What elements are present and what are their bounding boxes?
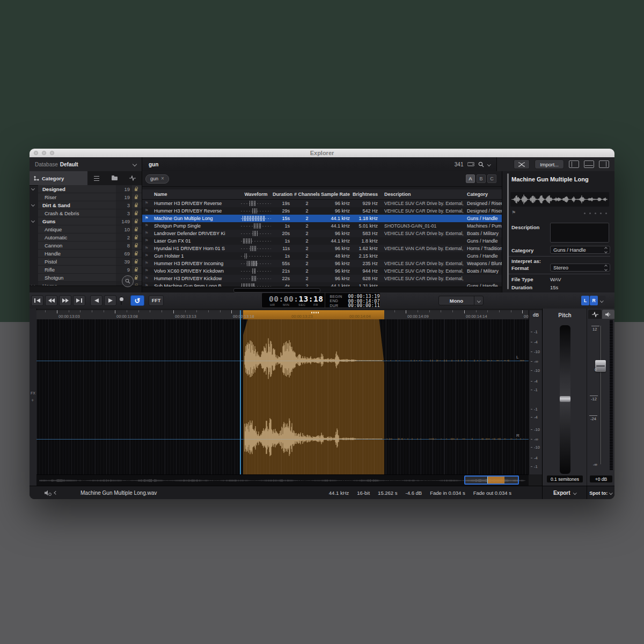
import-button[interactable]: Import... [535,159,564,169]
output-device-icon[interactable] [45,490,52,497]
column-header-waveform[interactable]: Waveform [239,192,273,197]
sidebar-item-antique[interactable]: Antique10 [38,225,142,233]
monitor-button-r[interactable]: R [590,296,598,305]
fx-rail[interactable]: FX + [30,309,37,486]
flag-icon[interactable]: ⚑ [142,239,151,243]
play-reverse-button[interactable] [90,295,103,306]
column-header-duration[interactable]: Duration [273,192,294,197]
tab-list-view[interactable] [87,171,106,185]
table-row[interactable]: ⚑Gun Holster 11s248 kHz2.15 kHzGuns / Ha… [142,252,502,260]
compare-button-a[interactable]: A [466,174,475,183]
channel-mode-dropdown[interactable]: Mono [438,296,484,305]
table-row[interactable]: ⚑Shotgun Pump Single1s244.1 kHz5.01 kHzS… [142,222,502,230]
layout-right-panel-button[interactable] [599,160,609,168]
viewport-box[interactable] [464,475,519,485]
timeline-ruler[interactable]: 00:00:13:0300:00:13:0800:00:13:1300:00:1… [36,310,529,320]
pitch-wheel[interactable] [560,325,570,474]
fft-button[interactable]: FFT [149,295,164,306]
flag-icon[interactable]: ⚑ [142,246,151,251]
sidebar-item-pistol[interactable]: Pistol39 [38,258,142,265]
description-field[interactable] [550,223,609,243]
slider-knob[interactable] [120,297,123,301]
tab-category[interactable]: Category [30,171,87,185]
table-row[interactable]: ⚑Hummer H3 DRIVEBY Reverse19s296 kHz929 … [142,200,502,207]
table-horizontal-scrollbar[interactable] [142,287,502,292]
flag-icon[interactable]: ⚑ [142,276,151,281]
spot-to-button[interactable]: Spot to: [587,486,614,499]
compare-button-b[interactable]: B [477,174,486,183]
zoom-window-icon[interactable] [50,151,54,155]
selection-handle-dashes[interactable] [311,312,319,313]
fx-add-button[interactable]: + [31,398,34,403]
flag-icon[interactable]: ⚑ [511,210,516,215]
volume-value[interactable]: +0 dB [590,475,612,482]
column-header-category[interactable]: Category [465,192,502,197]
tab-speaker-monitor[interactable] [602,310,614,319]
column-header-channels[interactable]: # Channels [294,192,320,197]
sidebar-item-dirt-sand[interactable]: Dirt & Sand3 [38,201,142,209]
search-bar[interactable]: gun 341 [142,157,497,171]
search-input[interactable]: gun [149,162,158,167]
tab-waveform-view[interactable] [123,171,142,185]
flag-icon[interactable]: ⚑ [142,201,151,206]
volume-fader-track[interactable] [600,326,602,464]
column-header-description[interactable]: Description [380,192,465,197]
compare-button-c[interactable]: C [487,174,496,183]
loop-button[interactable]: ↺ [130,295,144,306]
column-header-name[interactable]: Name [151,192,239,197]
column-header-sample-rate[interactable]: Sample Rate [320,192,352,197]
sidebar-item-crash-debris[interactable]: Crash & Debris3 [38,209,142,217]
sidebar-item-automatic[interactable]: Automatic2 [38,233,142,241]
expand-chevron-icon[interactable] [31,219,35,223]
sidebar-item-riser[interactable]: Riser19 [38,193,142,201]
table-row[interactable]: ⚑Hummer H3 DRIVEBY Kickdow22s296 kHz628 … [142,275,502,282]
playhead-cursor[interactable] [240,310,241,474]
table-header[interactable]: NameWaveformDuration# ChannelsSample Rat… [142,189,502,200]
waveform-thumbnail[interactable] [510,192,609,207]
flag-icon[interactable]: ⚑ [142,261,151,266]
skip-to-start-button[interactable] [31,295,43,306]
expand-chevron-icon[interactable] [31,203,35,207]
tab-waveform-monitor[interactable] [588,310,602,319]
database-selector[interactable]: Database Default [30,157,142,171]
layout-bottom-panel-button[interactable] [584,160,594,168]
sidebar-item-handle[interactable]: Handle69 [38,250,142,257]
column-header-brightness[interactable]: Brightness [352,192,380,197]
flag-icon[interactable]: ⚑ [142,224,151,228]
fast-forward-button[interactable] [59,295,71,306]
pitch-wheel-grip[interactable] [560,396,570,402]
table-row[interactable]: ⚑Laser Gun FX 011s244.1 kHz1.8 kHzGuns /… [142,237,502,245]
filter-tag[interactable]: gun × [145,174,169,184]
remove-tag-icon[interactable]: × [161,176,164,181]
pitch-value[interactable]: 0.1 semitones [547,475,583,482]
scrollbar-thumb[interactable] [233,288,320,292]
sidebar-item-designed[interactable]: Designed19 [38,185,142,193]
table-row[interactable]: ⚑Volvo XC60 DRIVEBY Kickdown21s296 kHz94… [142,267,502,275]
flag-icon[interactable]: ⚑ [142,254,151,258]
sidebar-item-rifle[interactable]: Rifle9 [38,266,142,273]
flag-icon[interactable]: ⚑ [142,209,151,213]
sidebar-item-guns[interactable]: Guns149 [38,217,142,225]
monitor-button-l[interactable]: L [581,296,589,305]
export-button[interactable]: Export [542,486,587,499]
format-dropdown[interactable]: Stereo [550,264,610,272]
table-row[interactable]: ⚑Hummer H3 DRIVEBY Incoming55s296 kHz235… [142,260,502,267]
tab-folder-view[interactable] [106,171,124,185]
shuffle-button[interactable] [514,159,530,169]
speed-slider[interactable] [118,295,125,306]
table-row[interactable]: ⚑Machine Gun Multiple Long15s244.1 kHz1.… [142,215,502,222]
rating-dots[interactable] [584,213,607,214]
flag-icon[interactable]: ⚑ [142,269,151,273]
skip-to-end-button[interactable] [73,295,85,306]
layout-left-panel-button[interactable] [569,160,579,168]
overview-strip[interactable] [36,474,529,486]
flag-icon[interactable]: ⚑ [142,216,151,221]
play-button[interactable] [104,295,116,306]
rewind-button[interactable] [45,295,57,306]
expand-chevron-icon[interactable] [31,187,35,191]
minimize-window-icon[interactable] [42,151,46,155]
flag-icon[interactable]: ⚑ [142,231,151,236]
table-row[interactable]: ⚑Landrover Defender DRIVEBY Ki20s296 kHz… [142,230,502,237]
search-options-chevron-icon[interactable] [487,163,491,166]
table-row[interactable]: ⚑Hummer H3 DRIVEBY Reverse29s296 kHz542 … [142,207,502,215]
